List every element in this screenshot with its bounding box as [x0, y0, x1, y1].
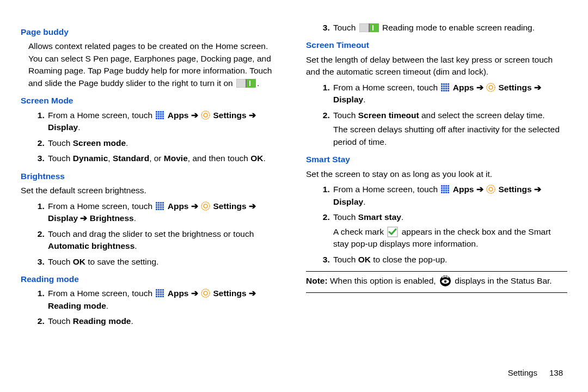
svg-rect-76: [445, 90, 447, 91]
text: displays in the Status Bar.: [455, 276, 552, 285]
step: Touch Reading mode to enable screen read…: [332, 22, 567, 34]
svg-rect-62: [441, 83, 443, 85]
text: .: [126, 138, 128, 148]
step: From a Home screen, touch Apps ➔ Setting…: [47, 287, 282, 312]
bold: Settings: [498, 185, 531, 194]
svg-rect-63: [443, 83, 445, 85]
svg-rect-15: [162, 115, 164, 117]
svg-rect-19: [162, 118, 164, 119]
bold: Settings: [213, 289, 246, 298]
svg-point-57: [204, 291, 207, 295]
text: .: [134, 241, 137, 250]
bold: Apps: [168, 111, 189, 120]
svg-rect-86: [445, 187, 447, 189]
toggle-on-icon: [359, 23, 379, 32]
svg-rect-66: [441, 85, 443, 87]
svg-rect-65: [448, 83, 449, 85]
apps-grid-icon: [440, 83, 450, 92]
svg-rect-8: [156, 113, 157, 115]
svg-rect-22: [156, 202, 157, 204]
svg-rect-32: [160, 206, 162, 208]
svg-rect-69: [448, 85, 449, 87]
bold: Apps: [168, 201, 189, 211]
svg-rect-48: [156, 293, 157, 295]
bold: Apps: [453, 185, 474, 194]
svg-rect-13: [158, 115, 160, 117]
step-note: A check mark appears in the check box an…: [333, 226, 567, 250]
svg-rect-92: [441, 192, 443, 193]
svg-rect-30: [156, 206, 157, 208]
step-note: The screen delays shutting off after ina…: [333, 124, 567, 148]
svg-rect-40: [156, 289, 157, 291]
settings-gear-icon: [486, 83, 495, 92]
para-screen-timeout: Set the length of delay between the last…: [306, 54, 567, 78]
text: Allows context related pages to be creat…: [28, 41, 272, 87]
apps-grid-icon: [155, 201, 164, 211]
text: When this option is enabled,: [328, 276, 436, 285]
text: , or: [149, 154, 164, 163]
arrow: ➔: [191, 289, 198, 298]
svg-rect-64: [445, 83, 447, 85]
svg-rect-77: [448, 90, 449, 91]
bold: Smart stay: [358, 212, 401, 222]
text: From a Home screen, touch: [333, 185, 438, 194]
svg-point-78: [487, 83, 495, 91]
text: .: [257, 78, 259, 88]
svg-point-96: [487, 185, 495, 193]
apps-grid-icon: [155, 289, 164, 298]
text: Touch: [333, 23, 356, 32]
divider: [306, 271, 567, 272]
toggle-on-icon: [236, 79, 256, 88]
svg-rect-37: [162, 209, 164, 210]
bold: Settings: [213, 111, 246, 120]
settings-gear-icon: [486, 185, 495, 194]
step: Touch Reading mode.: [47, 315, 282, 327]
svg-rect-29: [162, 204, 164, 206]
heading-reading-mode: Reading mode: [21, 273, 282, 285]
step: Touch Dynamic, Standard, or Movie, and t…: [47, 152, 282, 164]
bold: Settings: [213, 201, 246, 211]
svg-rect-93: [443, 192, 445, 193]
svg-point-56: [201, 289, 210, 297]
svg-rect-26: [156, 204, 157, 206]
text: .: [363, 197, 365, 206]
bold: OK: [250, 154, 263, 163]
svg-rect-71: [443, 88, 445, 89]
para-brightness: Set the default screen brightness.: [21, 185, 282, 197]
footer-section: Settings: [508, 368, 537, 377]
svg-rect-3: [249, 81, 250, 86]
text: From a Home screen, touch: [48, 201, 152, 211]
text: and select the screen delay time.: [419, 111, 545, 120]
svg-rect-59: [369, 23, 379, 32]
svg-rect-16: [156, 118, 157, 119]
svg-rect-50: [160, 293, 162, 295]
footer-page-number: 138: [549, 368, 563, 377]
bold: Screen timeout: [358, 111, 419, 120]
svg-rect-73: [448, 88, 449, 89]
text: From a Home screen, touch: [48, 289, 152, 298]
step: Touch and drag the slider to set the bri…: [47, 228, 282, 253]
svg-rect-31: [158, 206, 160, 208]
text: Touch: [48, 316, 70, 326]
svg-rect-41: [158, 289, 160, 291]
svg-rect-80: [441, 185, 443, 187]
svg-rect-23: [158, 202, 160, 204]
svg-point-20: [201, 111, 210, 119]
bold: OK: [73, 257, 85, 266]
text: to save the setting.: [85, 257, 158, 266]
svg-rect-6: [160, 111, 162, 113]
svg-rect-49: [158, 293, 160, 295]
text: Touch: [333, 111, 356, 120]
svg-rect-55: [162, 296, 164, 297]
svg-rect-9: [158, 113, 160, 115]
svg-rect-84: [441, 187, 443, 189]
svg-point-21: [204, 113, 207, 117]
svg-rect-17: [158, 118, 160, 119]
step: From a Home screen, touch Apps ➔ Setting…: [47, 200, 282, 225]
svg-rect-24: [160, 202, 162, 204]
arrow: ➔: [191, 201, 198, 211]
svg-rect-7: [162, 111, 164, 113]
note-label: Note:: [306, 276, 328, 285]
svg-rect-74: [441, 90, 443, 91]
bold: Reading mode: [73, 316, 131, 326]
